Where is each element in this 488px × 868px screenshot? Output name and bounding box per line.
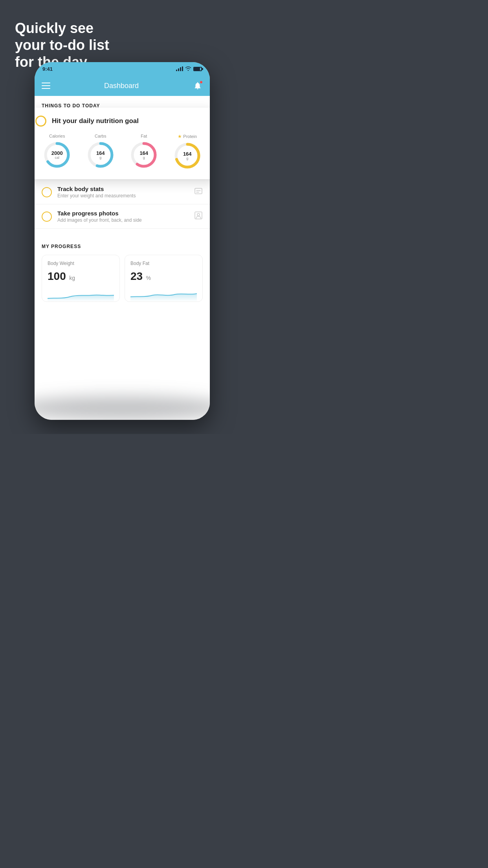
body-weight-value: 100: [48, 270, 66, 282]
fat-label: Fat: [141, 134, 147, 138]
carbs-value: 164: [96, 151, 105, 156]
phone-frame: 9:41 Dashboard: [35, 62, 210, 420]
status-bar: 9:41: [35, 62, 210, 75]
photos-title: Take progress photos: [57, 210, 189, 217]
nutrition-row: Calories 2000 cal Carbs: [35, 134, 209, 170]
progress-cards: Body Weight 100 kg: [42, 255, 203, 302]
protein-donut: 164 g: [173, 142, 202, 170]
todo-progress-photos[interactable]: Take progress photos Add images of your …: [35, 204, 210, 229]
body-fat-value-row: 23 %: [130, 270, 197, 283]
todo-body-stats[interactable]: Track body stats Enter your weight and m…: [35, 180, 210, 204]
body-fat-value: 23: [130, 270, 143, 282]
notification-badge: [200, 81, 203, 84]
nutrition-carbs: Carbs 164 g: [86, 134, 115, 169]
nutrition-fat: Fat 164 g: [130, 134, 158, 169]
body-fat-label: Body Fat: [130, 261, 197, 266]
body-weight-chart: [48, 287, 114, 302]
photos-subtitle: Add images of your front, back, and side: [57, 217, 189, 223]
calories-value: 2000: [51, 151, 63, 156]
svg-rect-8: [195, 188, 202, 194]
card-checkbox[interactable]: [35, 116, 46, 127]
person-icon: [194, 211, 203, 222]
wifi-icon: [185, 66, 191, 72]
carbs-donut: 164 g: [86, 141, 115, 169]
card-shadow: [35, 396, 210, 420]
body-weight-unit: kg: [69, 275, 75, 281]
battery-icon: [193, 67, 202, 71]
body-fat-unit: %: [146, 275, 151, 281]
carbs-label: Carbs: [95, 134, 106, 138]
nutrition-calories: Calories 2000 cal: [43, 134, 71, 169]
protein-value: 164: [183, 151, 192, 156]
calories-label: Calories: [49, 134, 65, 138]
body-fat-chart: [130, 287, 197, 302]
app-content: THINGS TO DO TODAY Hit your daily nutrit…: [35, 96, 210, 420]
star-icon: ★: [178, 134, 182, 139]
body-stats-checkbox[interactable]: [42, 187, 52, 197]
fat-donut: 164 g: [130, 141, 158, 169]
nutrition-card: Hit your daily nutrition goal Calories 2…: [35, 108, 210, 179]
photos-checkbox[interactable]: [42, 211, 52, 222]
body-stats-title: Track body stats: [57, 186, 189, 192]
body-stats-subtitle: Enter your weight and measurements: [57, 193, 189, 199]
nutrition-protein: ★ Protein 164 g: [173, 134, 202, 170]
signal-icon: [176, 66, 183, 71]
svg-point-10: [197, 213, 200, 216]
status-icons: [176, 66, 202, 72]
notification-button[interactable]: [193, 81, 203, 91]
menu-button[interactable]: [42, 83, 50, 89]
body-weight-value-row: 100 kg: [48, 270, 114, 283]
calories-donut: 2000 cal: [43, 141, 71, 169]
progress-title: MY PROGRESS: [42, 244, 203, 249]
body-weight-card[interactable]: Body Weight 100 kg: [42, 255, 120, 302]
progress-section: MY PROGRESS Body Weight 100 kg: [35, 237, 210, 302]
scale-icon: [194, 187, 203, 197]
protein-label: ★ Protein: [178, 134, 197, 139]
status-time: 9:41: [42, 66, 53, 72]
body-weight-label: Body Weight: [48, 261, 114, 266]
app-header: Dashboard: [35, 75, 210, 96]
header-title: Dashboard: [104, 82, 139, 90]
fat-value: 164: [139, 151, 148, 156]
card-title: Hit your daily nutrition goal: [52, 117, 139, 125]
body-fat-card[interactable]: Body Fat 23 %: [125, 255, 203, 302]
